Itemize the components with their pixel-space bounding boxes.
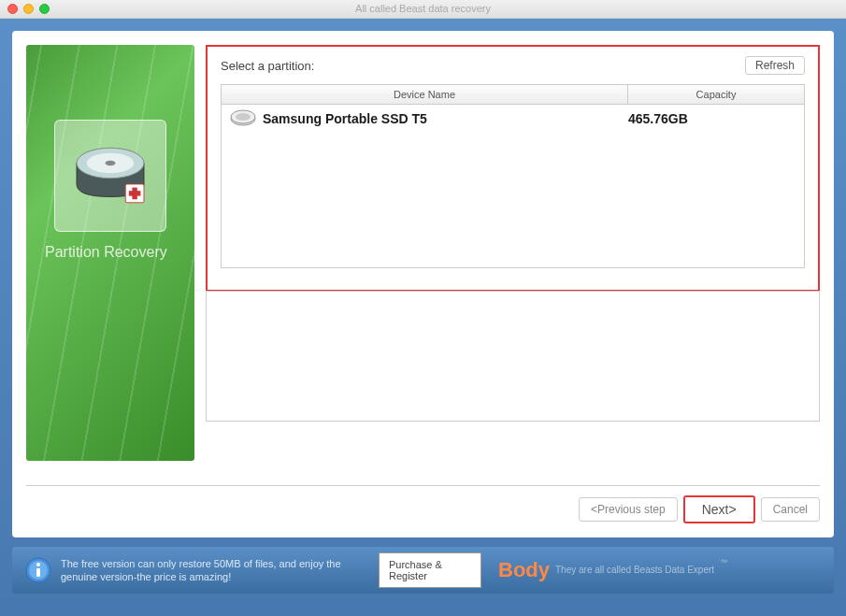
partition-area: Select a partition: Refresh Device Name … [206,45,820,468]
table-header: Device Name Capacity [222,85,804,105]
brand: Body They are all called Beasts Data Exp… [498,558,727,582]
footer-text: The free version can only restore 50MB o… [61,557,369,584]
sidebar-title: Partition Recovery [45,243,176,261]
purchase-button[interactable]: Purchase & Register [379,552,481,588]
sidebar: Partition Recovery [26,45,194,461]
drive-icon [229,109,257,128]
refresh-button[interactable]: Refresh [745,56,805,75]
device-capacity: 465.76GB [628,111,796,126]
divider [26,485,820,486]
next-button[interactable]: Next> [683,495,755,523]
footer: The free version can only restore 50MB o… [12,547,834,594]
col-device-name: Device Name [222,85,628,104]
table-row[interactable]: Samsung Portable SSD T5 465.76GB [222,105,804,133]
partition-label: Select a partition: [221,59,314,73]
partition-box: Select a partition: Refresh Device Name … [206,45,820,292]
device-table: Device Name Capacity Samsung Portable SS… [221,84,805,268]
nav-section: <Previous step Next> Cancel [26,480,820,523]
window-title: All called Beast data recovery [355,3,491,14]
disk-icon-box [54,120,166,232]
maximize-icon[interactable] [39,4,50,14]
minimize-icon[interactable] [23,4,34,14]
col-capacity: Capacity [628,85,804,104]
window-controls [7,4,50,14]
brand-tagline: They are all called Beasts Data Expert [555,565,714,576]
partition-header: Select a partition: Refresh [221,56,805,75]
lower-box [206,291,820,422]
brand-name: Body [498,558,550,582]
disk-recovery-icon [68,134,152,218]
svg-rect-6 [129,191,141,195]
svg-point-3 [106,161,116,165]
cancel-button[interactable]: Cancel [761,497,820,522]
svg-point-12 [36,563,40,566]
close-icon[interactable] [7,4,18,14]
info-icon [25,557,51,583]
content-panel: Partition Recovery Select a partition: R… [12,31,834,537]
top-section: Partition Recovery Select a partition: R… [26,45,820,468]
previous-button[interactable]: <Previous step [579,497,678,522]
button-row: <Previous step Next> Cancel [26,495,820,523]
svg-rect-13 [36,568,40,577]
trademark-icon: ™ [720,558,727,566]
titlebar: All called Beast data recovery [0,0,846,19]
device-name: Samsung Portable SSD T5 [263,111,628,126]
main-container: Partition Recovery Select a partition: R… [0,19,846,616]
svg-point-9 [236,113,251,121]
